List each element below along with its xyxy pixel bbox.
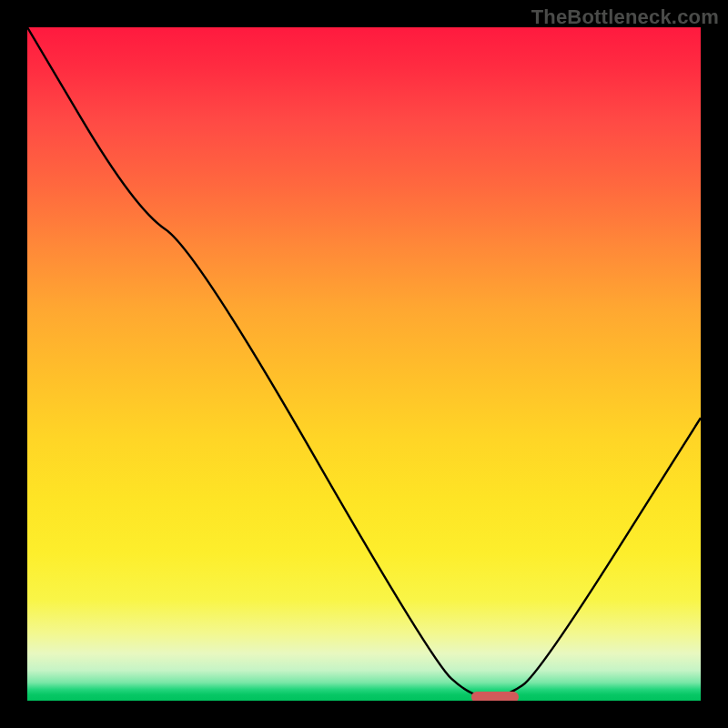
optimal-marker: [471, 692, 519, 701]
watermark-text: TheBottleneck.com: [531, 5, 719, 29]
bottleneck-curve: [27, 27, 701, 701]
chart-container: TheBottleneck.com: [0, 0, 728, 728]
plot-area: [27, 27, 701, 701]
